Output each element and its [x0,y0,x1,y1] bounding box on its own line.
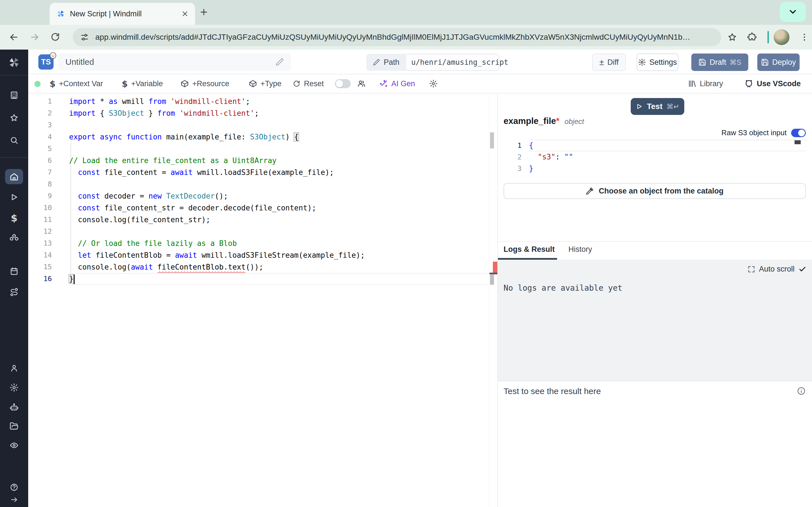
code-line[interactable]: 7 const file_content = await wmill.loadS… [28,166,488,178]
sidebar-item-workspace-icon[interactable] [10,91,18,100]
browser-menu-kebab-icon[interactable] [800,33,809,42]
gear-icon [638,58,646,66]
use-vscode-button[interactable]: Use VScode [744,74,801,93]
script-name-input[interactable]: Untitled [58,53,291,71]
add-resource-button[interactable]: +Resource [181,74,229,93]
code-line[interactable]: 1import * as wmill from 'windmill-client… [28,96,488,107]
error-marker [493,262,497,273]
deploy-label: Deploy [772,58,796,67]
multiplayer-button[interactable] [357,74,366,93]
assistant-toggle[interactable] [335,74,351,93]
tab-close-icon[interactable] [181,10,189,18]
sidebar-item-users-icon[interactable] [10,363,18,373]
path-edit-button[interactable]: Path [366,54,406,71]
library-button[interactable]: Library [688,74,723,93]
auto-scroll-label: Auto scroll [759,265,795,274]
raw-s3-toggle-on-switch[interactable] [791,129,806,137]
deploy-button[interactable]: Deploy [757,54,800,71]
test-shortcut: ⌘↵ [666,103,679,111]
settings-button[interactable]: Settings [637,54,678,71]
plus-minus-icon: ± [599,57,604,67]
code-line[interactable]: 16} [28,273,488,285]
editor-scrollbar-track[interactable] [489,94,489,507]
add-type-button[interactable]: +Type [249,74,282,93]
sidebar-item-audit-logs-icon[interactable] [10,441,18,450]
sidebar-item-flows-icon[interactable] [10,288,18,297]
sidebar-divider [0,157,28,158]
sidebar-item-resources-icon[interactable] [10,233,18,242]
code-line[interactable]: 6// Load the entire file_content as a Ui… [28,155,488,166]
add-context-var-button[interactable]: $ +Context Var [50,74,103,93]
auto-scroll-control[interactable]: Auto scroll [748,265,806,274]
sidebar-item-settings-icon[interactable] [10,383,18,392]
bookmark-star-icon[interactable] [727,33,737,42]
path-value-field[interactable]: u/henri/amusing_script [406,54,499,71]
back-icon[interactable] [8,32,19,43]
sidebar-divider [0,75,28,75]
sidebar-item-favorites-icon[interactable] [10,113,18,122]
sidebar-item-search-icon[interactable] [10,136,18,145]
test-button[interactable]: Test ⌘↵ [631,98,684,115]
profile-avatar[interactable] [774,29,790,45]
code-line[interactable]: 14 let fileContentBlob = await wmill.loa… [28,249,488,261]
browser-tab[interactable]: New Script | Windmill [50,3,195,25]
dollar-icon: $ [50,79,56,89]
argument-row: example_file* object [504,116,584,126]
draft-button[interactable]: Draft ⌘S [691,54,748,71]
arg-json-editor[interactable]: 1{2 "s3": ""3} [504,140,806,174]
code-line[interactable]: 5 [28,143,488,155]
new-tab-button[interactable] [199,7,209,17]
ai-gen-button[interactable]: AI Gen [379,74,415,93]
code-line[interactable]: 15 console.log(await fileContentBlob.tex… [28,261,488,273]
sidebar-item-runs-icon[interactable] [10,193,18,202]
edit-name-pencil-icon[interactable] [276,58,284,66]
add-variable-button[interactable]: $ +Variable [122,74,163,93]
reload-icon[interactable] [50,32,60,42]
code-editor[interactable]: 1import * as wmill from 'windmill-client… [28,96,488,285]
tab-logs-result[interactable]: Logs & Result [504,245,555,254]
ai-gen-label: AI Gen [391,79,415,88]
site-settings-icon[interactable] [80,33,89,42]
users-icon [357,79,366,88]
code-line[interactable]: 3} [504,163,806,174]
sidebar-expand-icon[interactable] [10,496,18,504]
path-group: Path u/henri/amusing_script [366,54,499,71]
browser-toolbar: app.windmill.dev/scripts/add#JTdCJTIyaGF… [0,25,812,50]
forward-icon[interactable] [29,32,40,43]
diff-label: Diff [607,58,619,67]
windmill-logo-icon[interactable] [7,56,21,69]
sidebar-item-folders-icon[interactable] [10,421,18,431]
code-line[interactable]: 9 const decoder = new TextDecoder(); [28,190,488,202]
reset-button[interactable]: Reset [293,74,324,93]
no-logs-message: No logs are available yet [504,283,622,293]
diff-button[interactable]: ± Diff [592,54,626,71]
code-line[interactable]: 13 // Or load the file lazily as a Blob [28,237,488,249]
editor-scrollbar-thumb[interactable] [490,275,494,285]
sidebar-item-variables-icon[interactable]: $ [11,212,17,224]
code-line[interactable]: 3 [28,119,488,131]
tab-history[interactable]: History [568,245,592,254]
expand-icon[interactable] [748,266,755,273]
code-line[interactable]: 12 [28,226,488,237]
magic-wand-icon [379,79,388,88]
sidebar-item-schedules-icon[interactable] [10,267,18,276]
code-line[interactable]: 1{ [504,140,806,151]
toggle-off-switch[interactable] [335,79,351,88]
info-icon[interactable] [797,386,806,395]
code-line[interactable]: 2import { S3Object } from 'windmill-clie… [28,107,488,119]
address-bar[interactable]: app.windmill.dev/scripts/add#JTdCJTIyaGF… [73,28,721,46]
code-line[interactable]: 10 const file_content_str = decoder.deco… [28,202,488,214]
choose-object-button[interactable]: Choose an object from the catalog [504,183,806,199]
code-line[interactable]: 2 "s3": "" [504,151,806,163]
sidebar-item-workers-icon[interactable] [10,403,18,412]
code-line[interactable]: 4export async function main(example_file… [28,131,488,143]
code-line[interactable]: 8 [28,178,488,190]
extensions-puzzle-icon[interactable] [747,33,757,42]
check-icon[interactable] [799,265,806,273]
editor-settings-button[interactable] [429,74,438,93]
code-line[interactable]: 11 console.log(file_content_str); [28,214,488,226]
browser-dropdown-button[interactable] [780,2,806,22]
sidebar-help-icon[interactable] [10,483,18,492]
home-icon[interactable] [10,172,18,181]
editor-scrollbar-thumb[interactable] [490,132,494,149]
